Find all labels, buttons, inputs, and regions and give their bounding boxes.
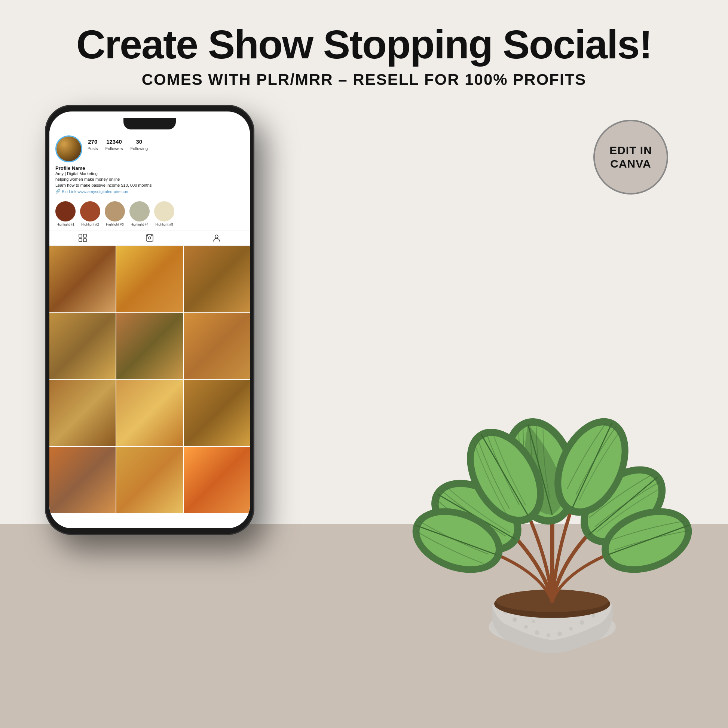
header: Create Show Stopping Socials! COMES WITH… <box>0 23 728 89</box>
highlight-circle-5 <box>154 201 174 222</box>
highlight-1: Highlight #1 <box>55 201 76 226</box>
grid-cell-4 <box>49 313 116 379</box>
grid-icon <box>78 233 88 243</box>
profile-area: 270 Posts 12340 Followers 30 Following <box>49 130 250 197</box>
grid-cell-12 <box>184 447 250 513</box>
svg-point-8 <box>215 235 218 238</box>
reels-icon <box>144 233 155 243</box>
highlight-circle-1 <box>55 201 76 222</box>
posts-label: Posts <box>87 146 98 151</box>
plant-svg <box>399 301 705 661</box>
highlight-circle-2 <box>80 201 100 222</box>
canva-line1: EDIT IN <box>609 144 652 156</box>
svg-rect-3 <box>83 239 86 242</box>
highlight-circle-3 <box>105 201 125 222</box>
phone-screen: 270 Posts 12340 Followers 30 Following <box>49 112 250 528</box>
highlight-label-1: Highlight #1 <box>57 223 75 226</box>
instagram-screen: 270 Posts 12340 Followers 30 Following <box>49 130 250 528</box>
svg-point-11 <box>524 625 528 629</box>
grid-cell-8 <box>116 380 182 446</box>
followers-count: 12340 <box>106 138 123 145</box>
insta-navigation <box>49 230 250 246</box>
bio-link-url: www.amysdigitalempire.com <box>78 189 130 194</box>
profile-stats: 270 Posts 12340 Followers 30 Following <box>87 138 148 151</box>
grid-cell-3 <box>184 246 250 312</box>
profile-top-row: 270 Posts 12340 Followers 30 Following <box>55 135 244 162</box>
highlights-row: Highlight #1 Highlight #2 Highlight #3 H… <box>49 197 250 230</box>
svg-rect-1 <box>83 234 86 237</box>
profile-avatar <box>55 135 82 162</box>
bio-line3: Learn how to make passive income $10, 00… <box>55 182 244 188</box>
svg-rect-0 <box>79 234 82 237</box>
plant-decoration <box>399 301 705 661</box>
stat-posts: 270 Posts <box>87 138 98 151</box>
highlight-2: Highlight #2 <box>80 201 100 226</box>
highlight-4: Highlight #4 <box>130 201 150 226</box>
profile-bio: Amy | Digital Marketing helping women ma… <box>55 171 244 188</box>
svg-point-17 <box>592 614 595 618</box>
svg-rect-2 <box>79 239 82 242</box>
highlight-3: Highlight #3 <box>105 201 125 226</box>
bio-line1: Amy | Digital Marketing <box>55 171 244 177</box>
phone-body: 270 Posts 12340 Followers 30 Following <box>45 105 254 535</box>
svg-point-12 <box>535 630 540 635</box>
svg-point-7 <box>151 235 152 236</box>
posts-count: 270 <box>87 138 98 145</box>
phone-mockup: 270 Posts 12340 Followers 30 Following <box>45 105 254 535</box>
link-icon: 🔗 <box>55 189 61 194</box>
highlight-label-3: Highlight #3 <box>106 223 124 226</box>
profile-info: Profile Name Amy | Digital Marketing hel… <box>55 165 244 194</box>
svg-point-13 <box>546 633 550 637</box>
canva-line2: CANVA <box>610 158 651 170</box>
grid-cell-9 <box>184 380 250 446</box>
profile-name: Profile Name <box>55 165 244 171</box>
svg-point-6 <box>147 235 148 236</box>
person-icon <box>211 233 222 243</box>
bio-line2: helping women make money online <box>55 177 244 182</box>
grid-cell-5 <box>116 313 182 379</box>
canva-badge: EDIT IN CANVA <box>593 120 668 194</box>
highlight-5: Highlight #5 <box>154 201 174 226</box>
following-count: 30 <box>130 138 148 145</box>
highlight-label-5: Highlight #5 <box>155 223 173 226</box>
highlight-label-2: Highlight #2 <box>81 223 99 226</box>
canva-badge-text: EDIT IN CANVA <box>609 144 652 171</box>
grid-cell-7 <box>49 380 116 446</box>
photo-grid <box>49 246 250 513</box>
bio-link: 🔗 Bio Link www.amysdigitalempire.com <box>55 189 244 194</box>
grid-cell-1 <box>49 246 116 312</box>
bio-link-label: Bio Link <box>62 189 76 194</box>
svg-point-14 <box>557 632 562 636</box>
highlight-label-4: Highlight #4 <box>130 223 148 226</box>
avatar-image <box>57 136 81 161</box>
followers-label: Followers <box>106 146 123 151</box>
grid-cell-6 <box>184 313 250 379</box>
grid-cell-11 <box>116 447 182 513</box>
svg-point-5 <box>148 237 151 239</box>
following-label: Following <box>130 146 148 151</box>
main-title: Create Show Stopping Socials! <box>0 23 728 67</box>
grid-cell-2 <box>116 246 182 312</box>
highlight-circle-4 <box>130 201 150 222</box>
svg-point-16 <box>580 620 584 625</box>
grid-cell-10 <box>49 447 116 513</box>
svg-point-19 <box>532 619 535 623</box>
stat-following: 30 Following <box>130 138 148 151</box>
sub-title: COMES WITH PLR/MRR – RESELL FOR 100% PRO… <box>0 71 728 89</box>
stat-followers: 12340 Followers <box>106 138 123 151</box>
phone-notch <box>124 118 176 130</box>
svg-point-10 <box>512 617 517 622</box>
svg-point-15 <box>569 627 573 631</box>
